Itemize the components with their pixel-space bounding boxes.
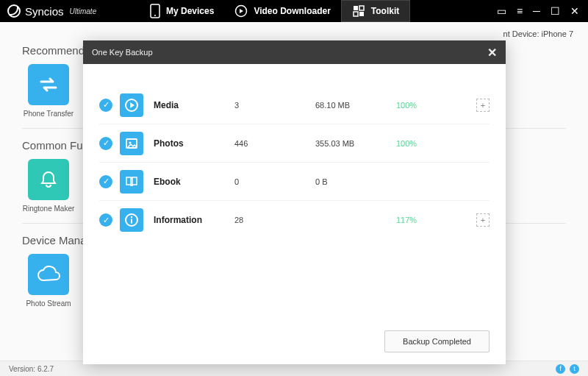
check-icon[interactable]: ✓ <box>99 213 112 227</box>
phone-icon <box>150 4 160 18</box>
backup-completed-button[interactable]: Backup Completed <box>384 330 490 352</box>
row-size: 0 B <box>315 177 396 186</box>
maximize-icon[interactable]: ☐ <box>551 5 560 17</box>
nav-label: Toolkit <box>371 6 399 16</box>
backup-row-information: ✓ Information 28 117% + <box>99 201 490 239</box>
main-nav: My Devices Video Downloader Toolkit <box>140 0 410 22</box>
top-bar: Syncios Ultimate My Devices Video Downlo… <box>0 0 588 22</box>
minimize-icon[interactable]: ─ <box>533 5 540 17</box>
syncios-logo-icon <box>7 4 21 18</box>
cloud-icon <box>28 254 69 295</box>
bell-icon <box>28 159 69 200</box>
svg-point-1 <box>154 15 156 16</box>
check-icon[interactable]: ✓ <box>99 137 112 150</box>
modal-header: One Key Backup ✕ <box>83 40 506 64</box>
backup-row-ebook: ✓ Ebook 0 0 B <box>99 163 490 201</box>
svg-rect-4 <box>359 6 364 10</box>
menu-icon[interactable]: ≡ <box>517 5 523 17</box>
row-name: Ebook <box>154 177 234 187</box>
row-name: Media <box>154 100 234 110</box>
expand-icon[interactable]: + <box>476 213 490 227</box>
photos-icon <box>120 132 143 155</box>
modal-body: ✓ Media 3 68.10 MB 100% + ✓ Photos 446 3… <box>83 64 506 239</box>
modal-footer: Backup Completed <box>384 330 490 352</box>
nav-label: My Devices <box>166 6 214 16</box>
nav-label: Video Downloader <box>254 6 330 16</box>
twitter-icon[interactable]: t <box>570 364 579 374</box>
tile-photo-stream[interactable]: Photo Stream <box>22 254 75 308</box>
svg-rect-3 <box>354 6 358 10</box>
brand-edition: Ultimate <box>70 7 97 15</box>
expand-icon[interactable]: + <box>476 99 490 112</box>
nav-my-devices[interactable]: My Devices <box>140 0 224 22</box>
check-icon[interactable]: ✓ <box>99 99 112 112</box>
main-content: nt Device: iPhone 7 Recommended Phone Tr… <box>0 22 588 361</box>
transfer-icon <box>28 64 69 105</box>
close-icon[interactable]: ✕ <box>487 46 497 60</box>
svg-point-11 <box>131 216 132 218</box>
modal-title: One Key Backup <box>92 48 153 57</box>
social-links: f t <box>556 364 579 374</box>
backup-row-media: ✓ Media 3 68.10 MB 100% + <box>99 86 490 124</box>
row-name: Photos <box>154 138 234 149</box>
version-label: Version: 6.2.7 <box>9 365 54 373</box>
row-name: Information <box>154 215 234 225</box>
info-icon <box>120 208 143 232</box>
chat-icon[interactable]: ▭ <box>497 5 506 17</box>
row-size: 68.10 MB <box>315 101 396 110</box>
brand: Syncios Ultimate <box>0 4 140 18</box>
svg-rect-12 <box>131 219 132 224</box>
backup-row-photos: ✓ Photos 446 355.03 MB 100% <box>99 124 490 163</box>
row-percent: 100% <box>396 139 440 148</box>
check-icon[interactable]: ✓ <box>99 175 112 188</box>
svg-rect-5 <box>354 12 358 16</box>
current-device-label: nt Device: iPhone 7 <box>503 29 573 38</box>
row-count: 0 <box>234 177 315 186</box>
row-count: 3 <box>234 101 315 110</box>
play-circle-icon <box>234 4 248 18</box>
row-count: 28 <box>234 216 315 224</box>
tile-label: Photo Stream <box>22 299 75 308</box>
tile-phone-transfer[interactable]: Phone Transfer <box>22 64 75 118</box>
media-icon <box>120 93 143 117</box>
row-percent: 117% <box>396 216 440 224</box>
facebook-icon[interactable]: f <box>556 364 565 374</box>
row-count: 446 <box>234 139 315 148</box>
window-controls: ▭ ≡ ─ ☐ ✕ <box>497 5 588 17</box>
nav-video-downloader[interactable]: Video Downloader <box>224 0 340 22</box>
close-window-icon[interactable]: ✕ <box>570 5 579 17</box>
brand-name: Syncios <box>25 5 64 18</box>
tile-label: Ringtone Maker <box>22 205 75 213</box>
nav-toolkit[interactable]: Toolkit <box>341 0 410 22</box>
row-percent: 100% <box>396 101 440 110</box>
svg-rect-6 <box>359 12 364 16</box>
one-key-backup-modal: One Key Backup ✕ ✓ Media 3 68.10 MB 100%… <box>83 40 506 364</box>
tile-label: Phone Transfer <box>22 110 75 118</box>
row-size: 355.03 MB <box>315 139 396 148</box>
tile-ringtone-maker[interactable]: Ringtone Maker <box>22 159 75 213</box>
ebook-icon <box>120 170 143 194</box>
grid-icon <box>352 4 365 18</box>
